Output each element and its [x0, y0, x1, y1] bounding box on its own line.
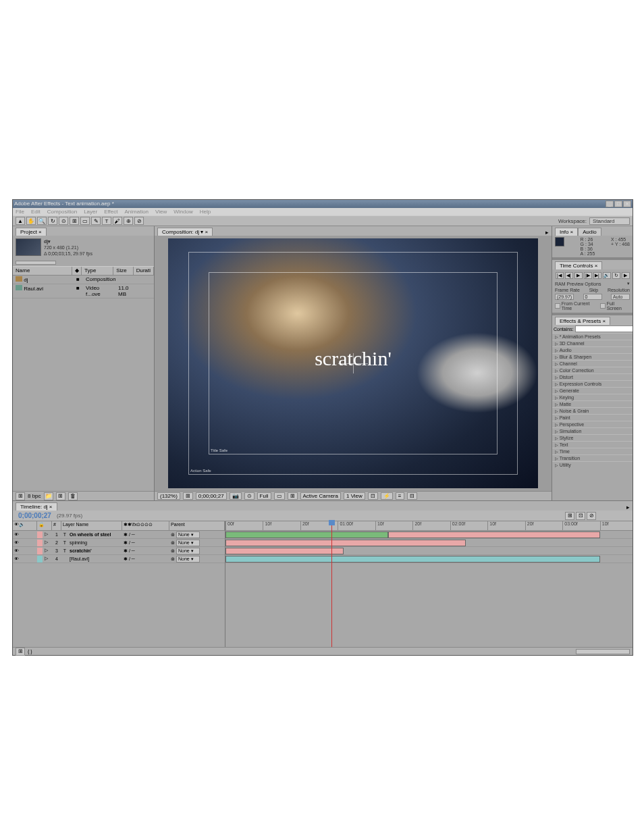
parent-dropdown[interactable]: None ▾	[176, 531, 200, 538]
label-color[interactable]	[37, 548, 43, 554]
rect-tool[interactable]: ▭	[80, 217, 90, 225]
layer-switches[interactable]: ✱ / ─	[122, 532, 169, 538]
layer-name[interactable]: [Raul.avi]	[68, 556, 122, 561]
effect-category[interactable]: Stylize	[552, 434, 633, 441]
from-current-checkbox[interactable]	[555, 303, 560, 309]
toggle-switches[interactable]: { }	[28, 649, 32, 654]
grid-icon[interactable]: ⊞	[183, 492, 193, 500]
col-type[interactable]: Type	[82, 267, 113, 275]
camera-tool[interactable]: ⊙	[59, 217, 68, 225]
flowchart-icon[interactable]: ⊟	[407, 492, 417, 500]
clone-tool[interactable]: ⊕	[124, 217, 133, 225]
layer-switches[interactable]: ✱ / ─	[122, 540, 169, 546]
workspace-dropdown[interactable]: Standard	[589, 217, 630, 225]
pickwhip-icon[interactable]: ⊚	[171, 540, 175, 546]
time-controls-tab[interactable]: Time Controls ×	[555, 261, 602, 269]
layer-row[interactable]: 👁 ▷ 4 [Raul.avi] ✱ / ─ ⊚None ▾	[13, 555, 225, 563]
parent-dropdown[interactable]: None ▾	[176, 556, 200, 563]
layer-bar[interactable]	[388, 531, 600, 538]
shy-icon[interactable]: ⊘	[587, 512, 596, 520]
twirl-icon[interactable]: ▷	[43, 556, 49, 563]
project-item[interactable]: dj ■ Composition	[13, 276, 154, 284]
eye-icon[interactable]: 👁	[14, 532, 19, 537]
layer-switches[interactable]: ✱ / ─	[122, 548, 169, 554]
viewer-timecode[interactable]: 0;00;00;27	[196, 492, 227, 500]
effect-category[interactable]: Perspective	[552, 421, 633, 427]
project-search[interactable]	[16, 261, 56, 265]
maximize-button[interactable]: □	[614, 201, 622, 207]
ram-preview-button[interactable]: ▶	[622, 272, 630, 279]
effect-category[interactable]: Text	[552, 441, 633, 448]
effect-category[interactable]: Transition	[552, 454, 633, 461]
label-color[interactable]	[37, 531, 43, 538]
pickwhip-icon[interactable]: ⊚	[171, 532, 175, 538]
effect-category[interactable]: Audio	[552, 346, 633, 353]
layer-bar[interactable]	[225, 556, 600, 563]
graph-editor-icon[interactable]: ⊞	[565, 512, 574, 520]
snapshot-icon[interactable]: 📷	[230, 492, 242, 500]
layer-bar[interactable]	[225, 548, 344, 554]
dropdown-icon[interactable]: ▾	[627, 281, 630, 286]
twirl-icon[interactable]: ▷	[43, 531, 49, 538]
comp-button-icon[interactable]: ⊡	[576, 512, 585, 520]
view-select[interactable]: 1 View	[344, 492, 365, 500]
channel-icon[interactable]: ⊙	[244, 492, 254, 500]
track-row[interactable]	[225, 555, 633, 563]
layer-name[interactable]: On wheels of steel	[68, 532, 122, 537]
effect-category[interactable]: Keying	[552, 394, 633, 400]
effect-category[interactable]: Paint	[552, 414, 633, 421]
menu-layer[interactable]: Layer	[84, 209, 97, 215]
brush-tool[interactable]: 🖌	[113, 217, 122, 225]
last-frame-button[interactable]: ▶|	[593, 272, 601, 279]
zoom-slider[interactable]	[576, 649, 630, 654]
new-comp-icon[interactable]: ⊞	[56, 492, 65, 500]
col-name[interactable]: Name	[13, 267, 72, 275]
interpret-icon[interactable]: ⊞	[16, 492, 25, 500]
twirl-icon[interactable]: ▷	[43, 540, 49, 546]
effect-category[interactable]: Time	[552, 448, 633, 454]
transparency-icon[interactable]: ⊞	[288, 492, 298, 500]
zoom-level[interactable]: (132%)	[157, 492, 180, 500]
effect-category[interactable]: Generate	[552, 387, 633, 394]
skip-input[interactable]: 0	[583, 294, 602, 300]
menu-effect[interactable]: Effect	[104, 209, 117, 215]
zoom-tool[interactable]: 🔍	[37, 217, 47, 225]
track-panel[interactable]: 00f10f20f01:00f10f20f02:00f10f20f03:00f1…	[225, 521, 633, 647]
effect-category[interactable]: Channel	[552, 360, 633, 367]
col-label-icon[interactable]: ◆	[72, 267, 82, 275]
pickwhip-icon[interactable]: ⊚	[171, 548, 175, 554]
fullscreen-checkbox[interactable]	[600, 303, 606, 309]
play-button[interactable]: ▶	[574, 272, 583, 279]
selection-tool[interactable]: ▲	[16, 217, 25, 225]
effect-category[interactable]: Noise & Grain	[552, 407, 633, 414]
eye-icon[interactable]: 👁	[14, 548, 19, 553]
menu-file[interactable]: File	[16, 209, 24, 215]
camera-select[interactable]: Active Camera	[300, 492, 341, 500]
time-ruler[interactable]: 00f10f20f01:00f10f20f02:00f10f20f03:00f1…	[225, 521, 633, 531]
effect-category[interactable]: 3D Channel	[552, 340, 633, 346]
rotation-tool[interactable]: ↻	[48, 217, 57, 225]
col-duration[interactable]: Durati	[134, 267, 154, 275]
playhead[interactable]	[331, 521, 332, 647]
composition-viewer[interactable]: Action Safe Title Safe scratchin'	[155, 236, 552, 491]
pickwhip-icon[interactable]: ⊚	[171, 556, 175, 562]
project-tab[interactable]: Project ×	[16, 228, 47, 236]
effect-category[interactable]: Blur & Sharpen	[552, 353, 633, 360]
parent-dropdown[interactable]: None ▾	[176, 548, 200, 554]
layer-bar[interactable]	[225, 531, 388, 538]
resolution-select[interactable]: Auto	[611, 294, 630, 300]
info-tab[interactable]: Info ×	[555, 228, 578, 236]
effect-category[interactable]: Expression Controls	[552, 380, 633, 387]
effect-category[interactable]: Matte	[552, 400, 633, 407]
eye-icon[interactable]: 👁	[14, 556, 19, 561]
panel-menu-icon[interactable]: ▸	[624, 504, 633, 511]
pen-tool[interactable]: ✎	[91, 217, 101, 225]
eraser-tool[interactable]: ⊘	[134, 217, 144, 225]
layer-switches[interactable]: ✱ / ─	[122, 556, 169, 562]
menu-help[interactable]: Help	[200, 209, 211, 215]
roi-icon[interactable]: ▭	[274, 492, 285, 500]
audio-button[interactable]: 🔊	[603, 272, 611, 279]
col-size[interactable]: Size	[113, 267, 134, 275]
close-button[interactable]: ×	[623, 201, 631, 207]
fast-preview-icon[interactable]: ⚡	[381, 492, 393, 500]
